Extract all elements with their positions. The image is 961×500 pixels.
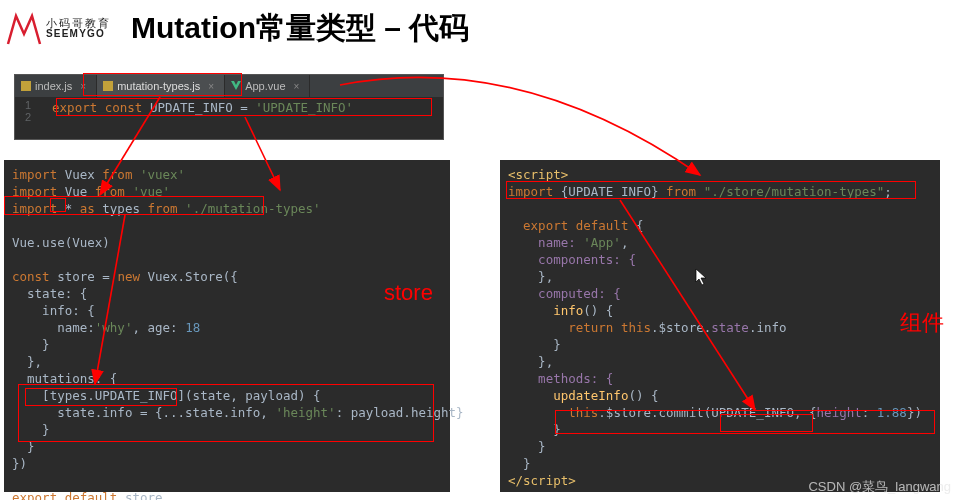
tab-mutation-types[interactable]: mutation-types.js × — [97, 75, 225, 97]
label-store: store — [384, 280, 433, 306]
logo-mark-icon — [6, 12, 42, 46]
top-code-area: 1 2 export const UPDATE_INFO = 'UPDATE_I… — [15, 97, 443, 139]
code-line: export const UPDATE_INFO = 'UPDATE_INFO' — [37, 99, 353, 116]
tab-label: mutation-types.js — [117, 80, 200, 92]
cursor-icon — [695, 268, 709, 286]
js-file-icon — [21, 81, 31, 91]
watermark: CSDN @菜鸟_langwang — [808, 478, 951, 496]
editor-tabs: index.js × mutation-types.js × App.vue × — [15, 75, 443, 97]
tab-app-vue[interactable]: App.vue × — [225, 75, 310, 97]
close-icon[interactable]: × — [208, 81, 214, 92]
page-title: Mutation常量类型 – 代码 — [131, 8, 469, 49]
js-file-icon — [103, 81, 113, 91]
svg-rect-1 — [103, 81, 113, 91]
top-editor-panel: index.js × mutation-types.js × App.vue ×… — [14, 74, 444, 140]
close-icon[interactable]: × — [294, 81, 300, 92]
tab-label: index.js — [35, 80, 72, 92]
svg-rect-0 — [21, 81, 31, 91]
code-line — [37, 116, 353, 133]
component-code-panel: <script> import {UPDATE_INFO} from "./st… — [500, 160, 940, 492]
store-code-panel: import Vuex from 'vuex' import Vue from … — [4, 160, 450, 492]
tab-label: App.vue — [245, 80, 285, 92]
label-component: 组件 — [900, 308, 944, 338]
tab-index-js[interactable]: index.js × — [15, 75, 97, 97]
line-number: 1 — [15, 99, 37, 111]
header: 小码哥教育 SEEMYGO Mutation常量类型 – 代码 — [0, 0, 961, 53]
logo: 小码哥教育 SEEMYGO — [6, 12, 111, 46]
line-number: 2 — [15, 111, 37, 123]
logo-en-text: SEEMYGO — [46, 29, 111, 39]
vue-file-icon — [231, 81, 241, 91]
close-icon[interactable]: × — [80, 81, 86, 92]
